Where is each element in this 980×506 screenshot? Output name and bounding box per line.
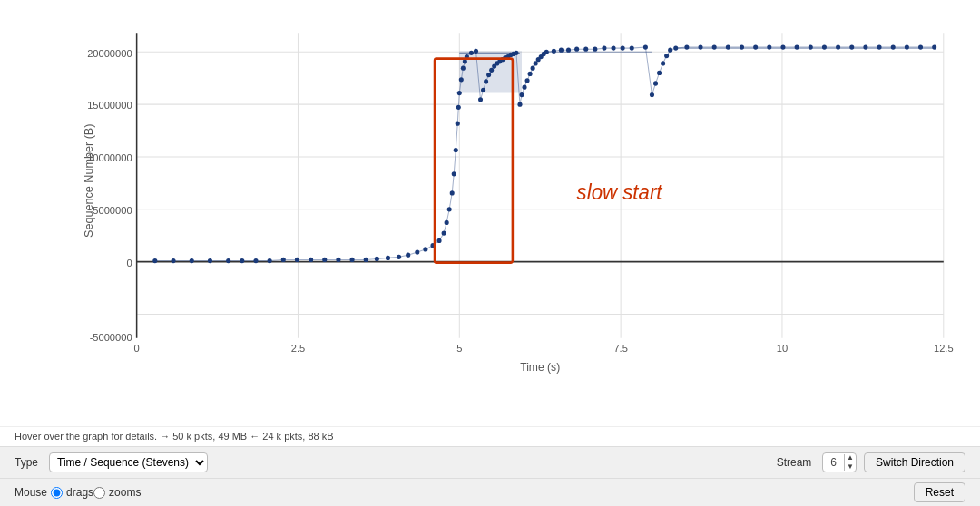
toolbar-left: Type Time / Sequence (Stevens) Time / Se… bbox=[15, 452, 777, 472]
chart-svg: -5000000 0 5000000 10000000 15000000 200… bbox=[82, 9, 962, 381]
mouse-zooms-label: zooms bbox=[109, 486, 141, 499]
main-container: -5000000 0 5000000 10000000 15000000 200… bbox=[0, 0, 980, 506]
svg-text:12.5: 12.5 bbox=[934, 343, 954, 354]
svg-text:Time (s): Time (s) bbox=[520, 361, 560, 374]
type-select[interactable]: Time / Sequence (Stevens) Time / Sequenc… bbox=[49, 452, 208, 472]
mouse-zooms-radio[interactable] bbox=[93, 487, 105, 499]
toolbar: Type Time / Sequence (Stevens) Time / Se… bbox=[0, 446, 980, 478]
svg-text:-5000000: -5000000 bbox=[90, 332, 132, 343]
svg-text:20000000: 20000000 bbox=[87, 47, 132, 58]
switch-direction-button[interactable]: Switch Direction bbox=[864, 452, 965, 472]
stream-label: Stream bbox=[777, 456, 812, 469]
svg-text:2.5: 2.5 bbox=[291, 343, 305, 354]
stream-arrows[interactable]: ▲ ▼ bbox=[845, 453, 856, 471]
svg-text:10: 10 bbox=[777, 343, 788, 354]
stream-down-arrow[interactable]: ▼ bbox=[845, 462, 856, 472]
type-label: Type bbox=[15, 456, 38, 469]
reset-button[interactable]: Reset bbox=[914, 482, 965, 502]
bottom-bar: Mouse drags zooms Reset bbox=[0, 478, 980, 506]
stream-up-arrow[interactable]: ▲ bbox=[845, 453, 856, 462]
mouse-drags-group: drags bbox=[51, 486, 93, 499]
stream-value: 6 bbox=[823, 454, 845, 471]
mouse-drags-radio[interactable] bbox=[51, 487, 63, 499]
mouse-zooms-group: zooms bbox=[93, 486, 141, 499]
svg-text:0: 0 bbox=[134, 343, 140, 354]
svg-text:15000000: 15000000 bbox=[87, 100, 132, 111]
svg-text:slow start: slow start bbox=[577, 180, 663, 205]
toolbar-right: Stream 6 ▲ ▼ Switch Direction bbox=[777, 452, 965, 472]
mouse-label: Mouse bbox=[15, 486, 47, 499]
svg-text:7.5: 7.5 bbox=[613, 343, 627, 354]
svg-text:Sequence Number (B): Sequence Number (B) bbox=[83, 124, 95, 238]
mouse-drags-label: drags bbox=[66, 486, 93, 499]
hover-info: Hover over the graph for details. → 50 k… bbox=[0, 426, 980, 446]
svg-text:0: 0 bbox=[126, 258, 132, 268]
svg-text:5: 5 bbox=[456, 343, 462, 354]
hover-info-text: Hover over the graph for details. → 50 k… bbox=[15, 431, 334, 442]
chart-area: -5000000 0 5000000 10000000 15000000 200… bbox=[0, 0, 980, 426]
svg-text:5000000: 5000000 bbox=[93, 205, 132, 216]
stream-spinner: 6 ▲ ▼ bbox=[822, 452, 857, 472]
